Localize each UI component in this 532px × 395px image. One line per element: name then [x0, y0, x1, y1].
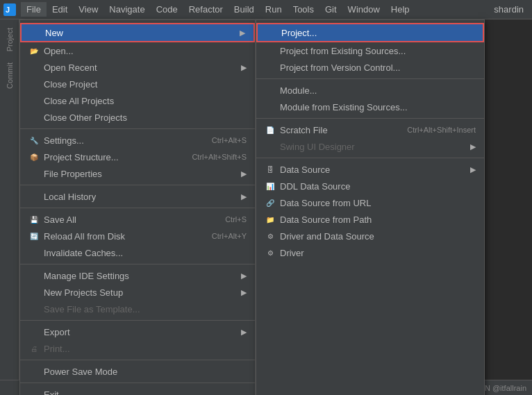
submenu-project[interactable]: Project... — [256, 23, 484, 42]
manage-ide-icon — [28, 270, 40, 281]
scratch-file-icon: 📄 — [265, 124, 276, 135]
svg-text:J: J — [6, 6, 10, 14]
submenu-project-from-existing[interactable]: Project from Existing Sources... — [256, 42, 484, 59]
local-history-icon — [28, 191, 40, 202]
existing-sources-icon — [265, 45, 276, 56]
vcs-icon — [265, 62, 276, 73]
sidebar-tab-project[interactable]: Project — [3, 22, 17, 57]
menu-bar: J File Edit View Navigate Code Refactor … — [0, 0, 532, 19]
separator-5 — [20, 320, 255, 321]
file-menu-open[interactable]: 📂 Open... — [20, 42, 255, 59]
submenu-module[interactable]: Module... — [256, 82, 484, 99]
export-icon — [28, 326, 40, 337]
menu-view[interactable]: View — [73, 2, 103, 17]
swing-icon — [265, 141, 276, 152]
file-menu-exit[interactable]: Exit — [20, 386, 255, 395]
file-menu-close-all-projects[interactable]: Close All Projects — [20, 92, 255, 109]
exit-icon — [28, 389, 40, 395]
submenu-data-source-url[interactable]: 🔗 Data Source from URL — [256, 194, 484, 211]
path-icon: 📁 — [265, 214, 276, 225]
separator-1 — [20, 128, 255, 129]
dropdown-overlay: New ▶ 📂 Open... Open Recent ▶ — [19, 19, 485, 395]
data-source-icon: 🗄 — [265, 164, 276, 175]
submenu-scratch-file[interactable]: 📄 Scratch File Ctrl+Alt+Shift+Insert — [256, 121, 484, 138]
menu-code[interactable]: Code — [151, 2, 183, 17]
file-menu-local-history[interactable]: Local History ▶ — [20, 188, 255, 205]
file-menu-close-project[interactable]: Close Project — [20, 76, 255, 92]
driver-data-source-icon: ⚙ — [265, 230, 276, 242]
username: shardin — [488, 2, 529, 17]
new-icon — [30, 27, 41, 38]
separator-6 — [20, 360, 255, 360]
submenu-data-source-path[interactable]: 📁 Data Source from Path — [256, 211, 484, 228]
submenu-driver-and-data-source[interactable]: ⚙ Driver and Data Source — [256, 228, 484, 244]
menu-edit[interactable]: Edit — [47, 2, 73, 17]
open-icon: 📂 — [28, 45, 40, 56]
file-menu-reload[interactable]: 🔄 Reload All from Disk Ctrl+Alt+Y — [20, 228, 255, 244]
file-menu-print: 🖨 Print... — [20, 340, 255, 357]
reload-icon: 🔄 — [28, 230, 40, 242]
close-all-icon — [28, 95, 40, 106]
sidebar: Project Commit — [0, 19, 19, 395]
open-recent-icon — [28, 62, 40, 73]
url-icon: 🔗 — [265, 197, 276, 208]
menu-build[interactable]: Build — [228, 2, 260, 17]
app-logo: J — [3, 3, 17, 17]
close-other-icon — [28, 112, 40, 123]
file-menu-file-properties[interactable]: File Properties ▶ — [20, 165, 255, 182]
file-menu-new-projects-setup[interactable]: New Projects Setup ▶ — [20, 284, 255, 301]
driver-icon: ⚙ — [265, 247, 276, 258]
sub-separator-2 — [256, 118, 484, 119]
separator-3 — [20, 208, 255, 208]
file-menu-close-other-projects[interactable]: Close Other Projects — [20, 109, 255, 126]
file-menu: New ▶ 📂 Open... Open Recent ▶ — [19, 19, 256, 395]
save-template-icon — [28, 303, 40, 314]
menu-refactor[interactable]: Refactor — [183, 2, 228, 17]
submenu-driver[interactable]: ⚙ Driver — [256, 244, 484, 261]
print-icon: 🖨 — [28, 343, 40, 354]
file-menu-save-as-template: Save File as Template... — [20, 301, 255, 317]
menu-file[interactable]: File — [21, 2, 47, 17]
file-properties-icon — [28, 168, 40, 179]
new-submenu: Project... Project from Existing Sources… — [256, 19, 485, 395]
module-existing-icon — [265, 101, 276, 112]
file-menu-export[interactable]: Export ▶ — [20, 323, 255, 340]
module-icon — [265, 85, 276, 96]
file-menu-project-structure[interactable]: 📦 Project Structure... Ctrl+Alt+Shift+S — [20, 149, 255, 165]
submenu-ddl-data-source[interactable]: 📊 DDL Data Source — [256, 178, 484, 194]
file-menu-save-all[interactable]: 💾 Save All Ctrl+S — [20, 211, 255, 228]
save-all-icon: 💾 — [28, 214, 40, 225]
invalidate-caches-icon — [28, 247, 40, 258]
menu-git[interactable]: Git — [319, 2, 342, 17]
separator-7 — [20, 383, 255, 383]
project-icon — [266, 27, 277, 38]
close-project-icon — [28, 78, 40, 90]
file-menu-settings[interactable]: 🔧 Settings... Ctrl+Alt+S — [20, 132, 255, 149]
new-projects-setup-icon — [28, 287, 40, 298]
file-menu-new[interactable]: New ▶ — [20, 23, 255, 42]
submenu-data-source[interactable]: 🗄 Data Source ▶ — [256, 161, 484, 178]
submenu-project-from-vcs[interactable]: Project from Version Control... — [256, 59, 484, 76]
file-menu-invalidate-caches[interactable]: Invalidate Caches... — [20, 244, 255, 261]
power-save-icon — [28, 366, 40, 377]
separator-2 — [20, 185, 255, 185]
settings-icon: 🔧 — [28, 135, 40, 146]
separator-4 — [20, 264, 255, 264]
file-menu-power-save[interactable]: Power Save Mode — [20, 363, 255, 380]
menu-tools[interactable]: Tools — [288, 2, 319, 17]
submenu-module-from-existing[interactable]: Module from Existing Sources... — [256, 99, 484, 115]
project-structure-icon: 📦 — [28, 151, 40, 162]
sidebar-tab-commit[interactable]: Commit — [3, 57, 17, 94]
menu-run[interactable]: Run — [260, 2, 288, 17]
submenu-swing-ui: Swing UI Designer ▶ — [256, 138, 484, 155]
sub-separator-3 — [256, 158, 484, 158]
menu-window[interactable]: Window — [342, 2, 385, 17]
ddl-icon: 📊 — [265, 180, 276, 192]
file-menu-open-recent[interactable]: Open Recent ▶ — [20, 59, 255, 76]
sub-separator-1 — [256, 78, 484, 79]
menu-help[interactable]: Help — [385, 2, 415, 17]
menu-navigate[interactable]: Navigate — [103, 2, 150, 17]
file-menu-manage-ide[interactable]: Manage IDE Settings ▶ — [20, 267, 255, 284]
